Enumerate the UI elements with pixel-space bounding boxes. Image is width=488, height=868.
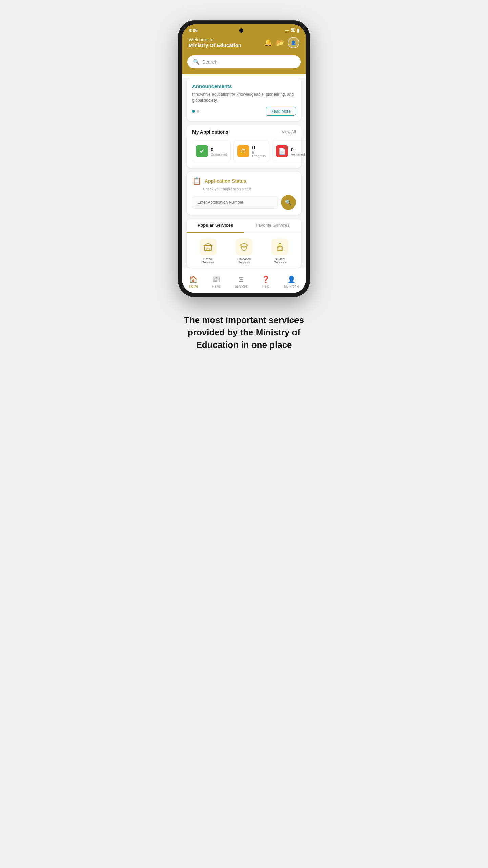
svg-rect-3 [277,247,283,251]
applications-title: My Applications [192,129,228,135]
profile-icon: 👤 [287,275,296,283]
completed-icon: ✔ [196,145,208,157]
search-bar[interactable]: 🔍 Search [187,55,301,68]
status-bar: 4:06 ···· ⌘ ▮ [182,24,306,34]
avatar-icon: 👤 [291,40,296,45]
wifi-icon: ⌘ [291,28,295,33]
application-number-input[interactable] [192,196,278,209]
completed-card[interactable]: ✔ 0 Completed [192,140,231,162]
app-header: Welcome to Ministry Of Education 🔔 📂 👤 [182,34,306,55]
phone-shell: 4:06 ···· ⌘ ▮ Welcome to Ministry Of Edu… [178,20,310,297]
search-placeholder-text: Search [202,59,217,65]
greeting-label: Welcome to [189,37,241,42]
status-icons: ···· ⌘ ▮ [285,28,299,33]
announcements-title: Announcements [192,83,296,89]
returned-count: 0 [291,146,305,152]
carousel-dots [192,110,199,113]
applications-section-header: My Applications View All [187,125,301,137]
services-icons-row: School Services Education Services [187,233,301,268]
announcements-body: Innovative education for knowledgeable, … [192,91,296,103]
header-icons: 🔔 📂 👤 [264,37,299,48]
search-icon: 🔍 [193,59,200,65]
status-search-button[interactable]: 🔍 [281,195,296,210]
dot-1 [192,110,195,113]
services-icon: ⊞ [238,275,244,283]
inprogress-card[interactable]: ⏱ 0 In Progress [233,140,269,162]
returned-info: 0 Returned [291,146,305,156]
search-bar-container: 🔍 Search [182,55,306,74]
home-icon: 🏠 [189,275,198,283]
nav-news[interactable]: 📰 News [212,275,221,288]
inprogress-icon: ⏱ [237,145,249,157]
status-header: 📋 Application Status [192,177,296,185]
ministry-label: Ministry Of Education [189,42,241,48]
nav-home[interactable]: 🏠 Home [189,275,198,288]
inprogress-info: 0 In Progress [252,144,266,158]
battery-icon: ▮ [297,28,299,33]
help-icon: ❓ [262,275,270,283]
profile-label: My Profile [284,284,299,288]
camera-notch [239,28,243,33]
svg-rect-1 [207,248,209,251]
returned-card[interactable]: 📄 0 Returned [272,140,306,162]
school-service-label: School Services [199,257,218,264]
bottom-caption: The most important services provided by … [173,314,315,351]
news-label: News [212,284,221,288]
status-title: Application Status [205,178,246,184]
education-service-label: Education Services [235,257,253,264]
bottom-nav: 🏠 Home 📰 News ⊞ Services ❓ Help 👤 [182,272,306,293]
nav-profile[interactable]: 👤 My Profile [284,275,299,288]
bell-icon[interactable]: 🔔 [264,39,272,47]
services-section: Popular Services Favorite Services [187,219,301,268]
service-item-school[interactable]: School Services [199,238,218,264]
time-display: 4:06 [189,28,198,33]
inbox-icon[interactable]: 📂 [276,39,284,47]
status-doc-icon: 📋 [192,177,201,185]
returned-icon: 📄 [276,145,288,157]
student-service-label: Student Services [271,257,289,264]
home-label: Home [189,284,198,288]
phone-screen: 4:06 ···· ⌘ ▮ Welcome to Ministry Of Edu… [182,24,306,293]
inprogress-label: In Progress [252,151,266,158]
student-service-icon [271,238,288,255]
announcements-card: Announcements Innovative education for k… [187,78,301,121]
nav-help[interactable]: ❓ Help [262,275,270,288]
applications-row: ✔ 0 Completed ⏱ 0 In Progress [187,137,301,168]
completed-info: 0 Completed [211,146,227,156]
education-service-icon [236,238,252,255]
view-all-button[interactable]: View All [282,130,296,134]
services-tabs: Popular Services Favorite Services [187,219,301,233]
avatar[interactable]: 👤 [288,37,299,48]
nav-services[interactable]: ⊞ Services [235,275,247,288]
read-more-button[interactable]: Read More [266,107,296,116]
page-wrapper: 4:06 ···· ⌘ ▮ Welcome to Ministry Of Edu… [159,20,329,351]
completed-label: Completed [211,153,227,156]
completed-count: 0 [211,146,227,152]
service-item-student[interactable]: Student Services [271,238,289,264]
welcome-text: Welcome to Ministry Of Education [189,37,241,48]
status-search-icon: 🔍 [285,199,292,206]
content-area: Announcements Innovative education for k… [182,78,306,268]
returned-label: Returned [291,153,305,156]
favorite-services-tab[interactable]: Favorite Services [244,219,301,233]
popular-services-tab[interactable]: Popular Services [187,219,244,233]
dot-2 [197,110,199,113]
help-label: Help [262,284,269,288]
inprogress-count: 0 [252,144,266,150]
school-service-icon [200,238,217,255]
service-item-education[interactable]: Education Services [235,238,253,264]
news-icon: 📰 [212,275,221,283]
services-label: Services [235,284,247,288]
status-input-row: 🔍 [192,195,296,210]
svg-point-2 [279,244,281,246]
signal-icon: ···· [285,28,289,33]
status-subtitle: Check your application status [192,187,296,191]
application-status-card: 📋 Application Status Check your applicat… [187,172,301,215]
announcements-footer: Read More [192,107,296,116]
